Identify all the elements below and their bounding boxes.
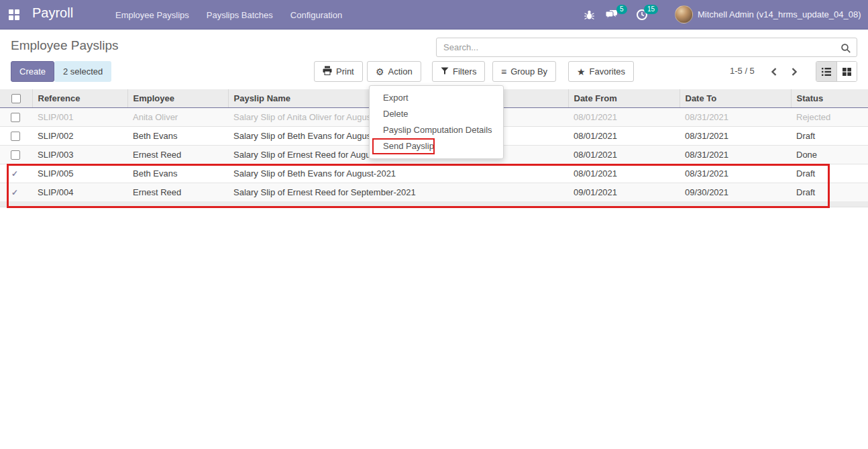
cell-payslip-name[interactable]: Salary Slip of Beth Evans for August-202… bbox=[228, 164, 568, 183]
row-checkbox-cell[interactable] bbox=[0, 126, 32, 145]
pager-previous-button[interactable] bbox=[766, 64, 782, 80]
print-button-label: Print bbox=[336, 66, 354, 77]
cell-employee[interactable]: Anita Oliver bbox=[127, 107, 228, 126]
row-checkbox[interactable] bbox=[11, 113, 20, 122]
search-input[interactable] bbox=[437, 38, 832, 56]
cell-status[interactable]: Rejected bbox=[791, 107, 868, 126]
pager-next-button[interactable] bbox=[786, 64, 802, 80]
row-checkbox-cell[interactable]: ✓ bbox=[0, 164, 32, 183]
apps-grid-icon[interactable] bbox=[9, 9, 20, 21]
debug-bug-icon[interactable] bbox=[584, 9, 595, 23]
user-avatar[interactable] bbox=[675, 5, 693, 23]
star-icon: ★ bbox=[577, 67, 586, 77]
table-row-selected[interactable]: ✓ SLIP/004 Ernest Reed Salary Slip of Er… bbox=[0, 183, 868, 201]
group-by-button-label: Group By bbox=[510, 66, 547, 77]
column-header-date-from[interactable]: Date From bbox=[568, 89, 680, 107]
menu-employee-payslips[interactable]: Employee Payslips bbox=[115, 10, 189, 20]
cell-date-from[interactable]: 08/01/2021 bbox=[568, 126, 680, 145]
cell-date-from[interactable]: 08/01/2021 bbox=[568, 145, 680, 164]
create-button[interactable]: Create bbox=[11, 61, 54, 82]
row-checkbox[interactable] bbox=[11, 132, 20, 141]
menu-item-send-payslip[interactable]: Send Payslip bbox=[370, 138, 503, 154]
select-all-checkbox-cell[interactable] bbox=[0, 89, 32, 107]
cell-reference[interactable]: SLIP/004 bbox=[32, 183, 127, 201]
navbar-menu: Employee Payslips Payslips Batches Confi… bbox=[115, 0, 342, 30]
menu-item-delete[interactable]: Delete bbox=[370, 106, 503, 122]
cell-reference[interactable]: SLIP/001 bbox=[32, 107, 127, 126]
favorites-button-label: Favorites bbox=[590, 66, 625, 77]
column-header-date-to[interactable]: Date To bbox=[680, 89, 791, 107]
user-menu[interactable]: Mitchell Admin (v14_hrms_update_04_08) bbox=[698, 9, 861, 19]
cell-date-to[interactable]: 08/31/2021 bbox=[680, 126, 791, 145]
payroll-app-screen: Payroll Employee Payslips Payslips Batch… bbox=[0, 0, 868, 449]
cell-date-to[interactable]: 08/31/2021 bbox=[680, 164, 791, 183]
group-by-button[interactable]: ≡ Group By bbox=[492, 61, 556, 82]
row-checked-icon[interactable]: ✓ bbox=[11, 169, 18, 179]
action-button[interactable]: ⚙ Action bbox=[367, 61, 421, 82]
cell-status[interactable]: Draft bbox=[791, 164, 868, 183]
action-dropdown-menu: Export Delete Payslip Computation Detail… bbox=[369, 85, 504, 159]
gear-icon: ⚙ bbox=[376, 67, 384, 77]
table-row-selected[interactable]: ✓ SLIP/005 Beth Evans Salary Slip of Bet… bbox=[0, 164, 868, 183]
bars-icon: ≡ bbox=[501, 67, 506, 77]
printer-icon bbox=[323, 66, 332, 77]
pager-range: 1-5 / 5 bbox=[730, 66, 755, 76]
menu-payslips-batches[interactable]: Payslips Batches bbox=[207, 10, 273, 20]
filters-button[interactable]: Filters bbox=[432, 61, 485, 82]
row-checkbox-cell[interactable]: ✓ bbox=[0, 183, 32, 201]
cell-date-to[interactable]: 09/30/2021 bbox=[680, 183, 791, 201]
row-checkbox-cell[interactable] bbox=[0, 107, 32, 126]
top-navbar: Payroll Employee Payslips Payslips Batch… bbox=[0, 0, 868, 30]
messages-count-badge[interactable]: 5 bbox=[616, 5, 627, 14]
cell-date-from[interactable]: 08/01/2021 bbox=[568, 164, 680, 183]
cell-reference[interactable]: SLIP/002 bbox=[32, 126, 127, 145]
row-checkbox[interactable] bbox=[11, 150, 20, 160]
column-header-employee[interactable]: Employee bbox=[127, 89, 228, 107]
row-checkbox-cell[interactable] bbox=[0, 145, 32, 164]
empty-next-row-strip bbox=[0, 201, 868, 207]
cell-status[interactable]: Draft bbox=[791, 126, 868, 145]
cell-employee[interactable]: Ernest Reed bbox=[127, 145, 228, 164]
cell-employee[interactable]: Beth Evans bbox=[127, 164, 228, 183]
cell-date-from[interactable]: 09/01/2021 bbox=[568, 183, 680, 201]
kanban-view-button[interactable] bbox=[836, 62, 857, 81]
list-view-button[interactable] bbox=[816, 62, 836, 81]
page-title: Employee Payslips bbox=[11, 38, 119, 53]
cell-reference[interactable]: SLIP/003 bbox=[32, 145, 127, 164]
row-checked-icon[interactable]: ✓ bbox=[11, 188, 18, 197]
search-icon[interactable] bbox=[840, 43, 851, 56]
cell-date-to[interactable]: 08/31/2021 bbox=[680, 107, 791, 126]
cell-date-from[interactable]: 08/01/2021 bbox=[568, 107, 680, 126]
cell-date-to[interactable]: 08/31/2021 bbox=[680, 145, 791, 164]
filters-button-label: Filters bbox=[453, 66, 476, 77]
cell-reference[interactable]: SLIP/005 bbox=[32, 164, 127, 183]
app-brand[interactable]: Payroll bbox=[32, 5, 73, 21]
menu-configuration[interactable]: Configuration bbox=[290, 10, 342, 20]
column-header-status[interactable]: Status bbox=[791, 89, 868, 107]
activities-count-badge[interactable]: 15 bbox=[644, 5, 658, 14]
cell-employee[interactable]: Beth Evans bbox=[127, 126, 228, 145]
action-button-label: Action bbox=[388, 66, 413, 77]
select-all-checkbox[interactable] bbox=[11, 94, 21, 103]
column-header-reference[interactable]: Reference bbox=[32, 89, 127, 107]
favorites-button[interactable]: ★ Favorites bbox=[568, 61, 634, 82]
print-button[interactable]: Print bbox=[314, 61, 363, 82]
cell-employee[interactable]: Ernest Reed bbox=[127, 183, 228, 201]
search-box bbox=[436, 38, 857, 57]
menu-item-payslip-computation-details[interactable]: Payslip Computation Details bbox=[370, 122, 503, 138]
view-switcher bbox=[816, 61, 857, 82]
filter-funnel-icon bbox=[441, 66, 449, 77]
selected-count-badge: 2 selected bbox=[54, 61, 111, 82]
cell-status[interactable]: Done bbox=[791, 145, 868, 164]
cell-payslip-name[interactable]: Salary Slip of Ernest Reed for September… bbox=[228, 183, 568, 201]
menu-item-export[interactable]: Export bbox=[370, 90, 503, 106]
cell-status[interactable]: Draft bbox=[791, 183, 868, 201]
